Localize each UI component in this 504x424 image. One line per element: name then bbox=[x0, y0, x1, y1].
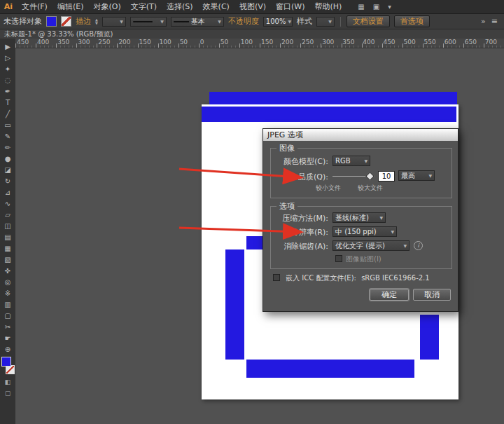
line-segment-tool[interactable]: ╱ bbox=[1, 108, 15, 119]
workspace-switcher-icon[interactable]: ▣ bbox=[373, 3, 379, 11]
compression-method-select[interactable]: 基线(标准) ▼ bbox=[332, 212, 386, 223]
icc-label: 嵌入 ICC 配置文件(E): bbox=[286, 274, 356, 282]
draw-mode-icon[interactable]: ◧ bbox=[5, 378, 11, 385]
ok-button[interactable]: 确定 bbox=[370, 289, 409, 301]
illustrator-window: Ai 文件(F)编辑(E)对象(O)文字(T)选择(S)效果(C)视图(V)窗口… bbox=[0, 0, 504, 424]
icc-checkbox[interactable] bbox=[273, 274, 280, 281]
rotate-tool[interactable]: ↻ bbox=[1, 175, 15, 186]
artboard-tool[interactable]: ▢ bbox=[1, 310, 15, 321]
jpeg-options-dialog: JPEG 选项 图像 颜色模型(C): RGB ▼ 品质(Q): 10 最高 ▼… bbox=[262, 128, 458, 312]
lasso-tool[interactable]: ◌ bbox=[1, 74, 15, 86]
menu-item[interactable]: 对象(O) bbox=[88, 0, 125, 13]
tools-panel: ▶▷✦◌✒T╱▭✎✏●◪↻⊿∿▱◫▤▦▧✜◎※▥▢✂☛⊕ ◧ ▢ bbox=[0, 39, 15, 424]
menubar-icons: ▦ ▣ ▼ bbox=[358, 3, 391, 11]
resolution-select[interactable]: 中 (150 ppi) ▼ bbox=[332, 226, 397, 237]
shape-builder-tool[interactable]: ◫ bbox=[1, 220, 15, 231]
ruler-tick: 700 bbox=[484, 39, 504, 48]
image-section-legend: 图像 bbox=[276, 143, 298, 153]
arrange-documents-icon[interactable]: ▦ bbox=[358, 3, 364, 11]
type-tool[interactable]: T bbox=[1, 97, 15, 108]
brush-name: 基本 bbox=[191, 17, 205, 27]
horizontal-ruler[interactable]: 4504003503002502001501005005010015020025… bbox=[15, 39, 504, 48]
stroke-weight-select[interactable]: ▼ bbox=[102, 17, 126, 27]
blob-brush-tool[interactable]: ● bbox=[1, 153, 15, 164]
pencil-tool[interactable]: ✏ bbox=[1, 142, 15, 153]
menu-item[interactable]: 视图(V) bbox=[234, 0, 271, 13]
stroke-weight-stepper[interactable]: ▲ ▼ bbox=[95, 18, 98, 25]
quality-input[interactable]: 10 bbox=[378, 171, 395, 182]
opacity-select[interactable]: 100% ▼ bbox=[263, 17, 293, 27]
menu-item[interactable]: 编辑(E) bbox=[52, 0, 89, 13]
width-profile-select[interactable]: ▼ bbox=[130, 17, 167, 27]
quality-slider-handle[interactable] bbox=[365, 172, 374, 181]
menu-item[interactable]: 效果(C) bbox=[198, 0, 234, 13]
quality-label: 品质(Q): bbox=[271, 172, 328, 182]
artwork-bottom-bar[interactable] bbox=[246, 360, 414, 378]
chevron-down-icon[interactable]: ▼ bbox=[388, 4, 391, 9]
width-tool[interactable]: ∿ bbox=[1, 198, 15, 209]
slice-tool[interactable]: ✂ bbox=[1, 321, 15, 332]
info-icon[interactable]: i bbox=[414, 241, 423, 250]
fill-swatch[interactable] bbox=[1, 357, 11, 367]
gradient-tool[interactable]: ▧ bbox=[1, 254, 15, 265]
menu-item[interactable]: 文件(F) bbox=[17, 0, 52, 13]
quality-slider[interactable] bbox=[332, 171, 374, 179]
cancel-button[interactable]: 取消 bbox=[413, 289, 451, 301]
compression-method-label: 压缩方法(M): bbox=[271, 213, 328, 224]
brush-definition-select[interactable]: 基本 ▼ bbox=[171, 17, 224, 27]
artwork-top-bar-2[interactable] bbox=[202, 107, 456, 122]
style-select[interactable]: ▼ bbox=[316, 17, 335, 27]
menu-item[interactable]: 文字(T) bbox=[126, 0, 162, 13]
resolution-value: 中 (150 ppi) bbox=[335, 227, 377, 237]
column-graph-tool[interactable]: ▥ bbox=[1, 299, 15, 310]
stroke-label[interactable]: 描边 bbox=[76, 16, 91, 27]
opacity-label[interactable]: 不透明度 bbox=[228, 16, 259, 27]
brush-stroke-preview bbox=[174, 21, 189, 22]
antialias-select[interactable]: 优化文字 (提示) ▼ bbox=[332, 240, 410, 251]
artwork-left-bar[interactable] bbox=[225, 249, 244, 360]
stroke-color-swatch[interactable] bbox=[61, 16, 71, 27]
scale-tool[interactable]: ⊿ bbox=[1, 186, 15, 198]
artwork-top-bar-1[interactable] bbox=[209, 92, 457, 104]
chevron-down-icon: ▼ bbox=[361, 158, 368, 163]
paintbrush-tool[interactable]: ✎ bbox=[1, 130, 15, 142]
stepper-down-icon[interactable]: ▼ bbox=[95, 22, 98, 25]
pen-tool[interactable]: ✒ bbox=[1, 86, 15, 97]
style-label: 样式 bbox=[297, 16, 312, 27]
menu-item[interactable]: 窗口(W) bbox=[271, 0, 309, 13]
eraser-tool[interactable]: ◪ bbox=[1, 164, 15, 175]
double-chevron-icon[interactable]: » bbox=[481, 17, 486, 26]
antialias-label: 消除锯齿(A): bbox=[271, 241, 328, 252]
magic-wand-tool[interactable]: ✦ bbox=[1, 63, 15, 74]
selection-tool[interactable]: ▶ bbox=[1, 41, 15, 52]
free-transform-tool[interactable]: ▱ bbox=[1, 209, 15, 220]
mesh-tool[interactable]: ▦ bbox=[1, 242, 15, 254]
blend-tool[interactable]: ◎ bbox=[1, 276, 15, 287]
quality-level-select[interactable]: 最高 ▼ bbox=[398, 170, 435, 181]
hand-tool[interactable]: ☛ bbox=[1, 332, 15, 343]
eyedropper-tool[interactable]: ✜ bbox=[1, 265, 15, 276]
tool-list: ▶▷✦◌✒T╱▭✎✏●◪↻⊿∿▱◫▤▦▧✜◎※▥▢✂☛⊕ bbox=[1, 41, 15, 355]
direct-selection-tool[interactable]: ▷ bbox=[1, 52, 15, 63]
fill-stroke-indicator[interactable] bbox=[1, 357, 15, 374]
menu-items: 文件(F)编辑(E)对象(O)文字(T)选择(S)效果(C)视图(V)窗口(W)… bbox=[17, 0, 346, 13]
perspective-grid-tool[interactable]: ▤ bbox=[1, 231, 15, 242]
screen-mode-icon[interactable]: ▢ bbox=[5, 390, 11, 397]
menu-item[interactable]: 选择(S) bbox=[162, 0, 198, 13]
rectangle-tool[interactable]: ▭ bbox=[1, 119, 15, 130]
menu-item[interactable]: 帮助(H) bbox=[309, 0, 346, 13]
zoom-tool[interactable]: ⊕ bbox=[1, 343, 15, 355]
chevron-down-icon: ▼ bbox=[216, 19, 221, 24]
panel-menu-icon[interactable]: ≡ bbox=[491, 17, 498, 26]
document-setup-button[interactable]: 文档设置 bbox=[346, 15, 390, 27]
preferences-button[interactable]: 首选项 bbox=[394, 15, 430, 27]
artwork-right-bar[interactable] bbox=[420, 315, 439, 360]
symbol-sprayer-tool[interactable]: ※ bbox=[1, 287, 15, 299]
controlbar-right-icons: » ≡ bbox=[481, 17, 500, 26]
fill-color-swatch[interactable] bbox=[46, 16, 57, 27]
dialog-titlebar[interactable]: JPEG 选项 bbox=[263, 129, 458, 141]
chevron-down-icon: ▼ bbox=[286, 19, 291, 24]
color-model-select[interactable]: RGB ▼ bbox=[332, 156, 370, 166]
control-bar: 未选择对象 描边 ▲ ▼ ▼ ▼ 基本 ▼ 不透明度 100% ▼ 样式 ▼ 文… bbox=[0, 14, 504, 29]
chevron-down-icon: ▼ bbox=[388, 229, 394, 234]
